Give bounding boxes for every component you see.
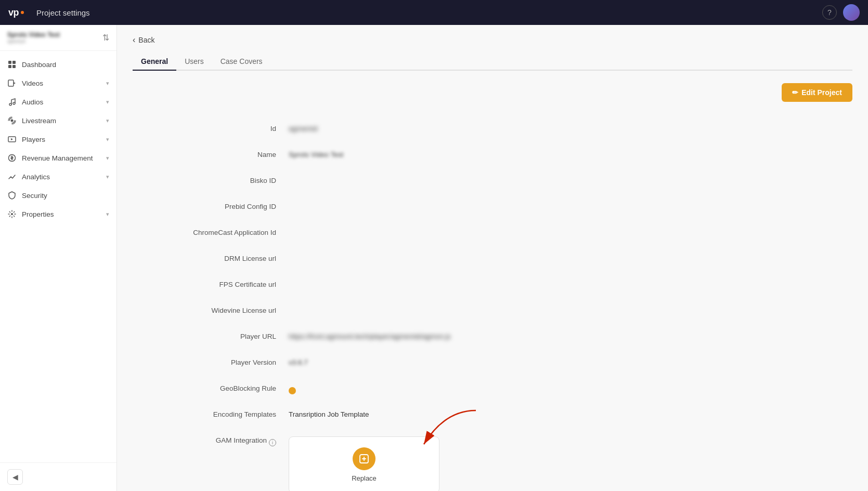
field-label-name: Name [133,149,289,158]
players-icon [7,135,17,144]
dashboard-icon [7,60,17,69]
field-row-gam: GAM Integration i Replace [133,434,601,491]
gam-replace-label: Replace [352,474,377,482]
field-row-drm: DRM License url [133,253,601,269]
sidebar-item-properties[interactable]: Properties ▾ [0,205,116,223]
gam-upload-icon[interactable] [353,447,375,470]
avatar[interactable] [843,4,860,21]
field-label-player-url: Player URL [133,330,289,340]
tab-users[interactable]: Users [176,53,212,71]
logo: vp [8,7,24,18]
help-icon: ? [827,8,832,17]
tabs: General Users Case Covers [133,53,852,71]
audios-icon [7,97,17,107]
sidebar-collapse-button[interactable]: ◀ [7,469,23,485]
topbar-right: ? [822,4,860,21]
back-button[interactable]: ‹ Back [133,35,852,45]
field-row-prebid: Prebid Config ID [133,201,601,217]
sidebar-item-audios[interactable]: Audios ▾ [0,92,116,111]
workspace-info: Sprots Video Test sponsor [7,31,60,44]
topbar: vp Project settings ? [0,0,868,25]
field-label-prebid: Prebid Config ID [133,201,289,210]
security-icon [7,191,17,200]
field-row-player-url: Player URL https://front.agmount.tech/pl… [133,330,601,347]
help-button[interactable]: ? [822,5,837,20]
field-row-encoding: Encoding Templates Transription Job Temp… [133,408,601,425]
gam-integration-box: Replace [289,436,439,491]
page-title: Project settings [36,8,814,17]
workspace-selector[interactable]: Sprots Video Test sponsor ⇅ [0,25,116,51]
livestream-label: Livestream [22,117,101,125]
analytics-icon [7,172,17,181]
svg-point-7 [11,120,14,122]
logo-dot [21,11,24,14]
svg-rect-4 [8,80,14,86]
field-value-chromecast [289,227,601,229]
field-row-bisko-id: Bisko ID [133,175,601,191]
analytics-label: Analytics [22,173,101,181]
field-value-geoblocking [289,382,601,394]
sidebar-bottom: ◀ [0,462,116,491]
workspace-toggle-icon[interactable]: ⇅ [102,33,109,43]
sidebar-item-dashboard[interactable]: Dashboard [0,55,116,74]
field-value-widevine [289,304,601,307]
revenue-icon [7,153,17,163]
properties-label: Properties [22,210,101,218]
field-value-player-version: v3.6.7 [289,356,601,366]
field-value-name: Sprots Video Test [289,149,601,158]
field-label-gam: GAM Integration i [133,434,289,446]
audios-label: Audios [22,98,101,106]
logo-text: vp [8,7,19,18]
field-value-encoding: Transription Job Template [289,408,601,418]
svg-rect-2 [8,65,11,68]
field-row-name: Name Sprots Video Test [133,149,601,165]
gam-info-icon[interactable]: i [269,439,276,446]
sidebar-item-revenue[interactable]: Revenue Management ▾ [0,149,116,167]
sidebar-item-analytics[interactable]: Analytics ▾ [0,167,116,186]
sidebar-item-security[interactable]: Security [0,186,116,205]
analytics-chevron-icon: ▾ [106,174,109,180]
svg-rect-0 [8,61,11,64]
field-row-id: Id agmemid [133,123,601,139]
field-value-player-url: https://front.agmount.tech/player/agmemi… [289,330,601,340]
field-row-chromecast: ChromeCast Application Id [133,227,601,243]
workspace-name: Sprots Video Test [7,31,60,38]
sidebar-item-videos[interactable]: Videos ▾ [0,74,116,92]
field-row-widevine: Widevine License url [133,304,601,321]
field-label-bisko-id: Bisko ID [133,175,289,184]
field-value-fps [289,278,601,281]
players-chevron-icon: ▾ [106,136,109,143]
content-inner: ‹ Back General Users Case Covers [117,25,868,491]
field-row-fps: FPS Certificate url [133,278,601,295]
field-label-widevine: Widevine License url [133,304,289,314]
dashboard-label: Dashboard [22,61,109,69]
revenue-chevron-icon: ▾ [106,155,109,162]
field-label-encoding: Encoding Templates [133,408,289,418]
field-value-prebid [289,201,601,203]
sidebar-item-players[interactable]: Players ▾ [0,130,116,149]
videos-label: Videos [22,79,101,87]
sidebar-nav: Dashboard Videos ▾ Audios ▾ [0,51,116,462]
content-area: ‹ Back General Users Case Covers [117,25,868,491]
field-label-geoblocking: GeoBlocking Rule [133,382,289,392]
workspace-sub: sponsor [7,38,60,44]
back-label: Back [138,36,154,44]
field-label-player-version: Player Version [133,356,289,366]
field-value-drm [289,253,601,255]
properties-icon [7,209,17,219]
svg-rect-3 [12,65,16,68]
field-label-id: Id [133,123,289,132]
revenue-label: Revenue Management [22,154,101,162]
properties-chevron-icon: ▾ [106,211,109,218]
livestream-icon [7,116,17,125]
field-row-player-version: Player Version v3.6.7 [133,356,601,373]
edit-project-button[interactable]: ✏ Edit Project [782,83,852,102]
tab-general[interactable]: General [133,53,176,71]
sidebar-item-livestream[interactable]: Livestream ▾ [0,111,116,130]
tab-case-covers[interactable]: Case Covers [212,53,271,71]
field-value-bisko-id [289,175,601,177]
sidebar-collapse-icon: ◀ [12,473,18,481]
field-label-drm: DRM License url [133,253,289,262]
field-row-geoblocking: GeoBlocking Rule [133,382,601,399]
videos-chevron-icon: ▾ [106,80,109,87]
